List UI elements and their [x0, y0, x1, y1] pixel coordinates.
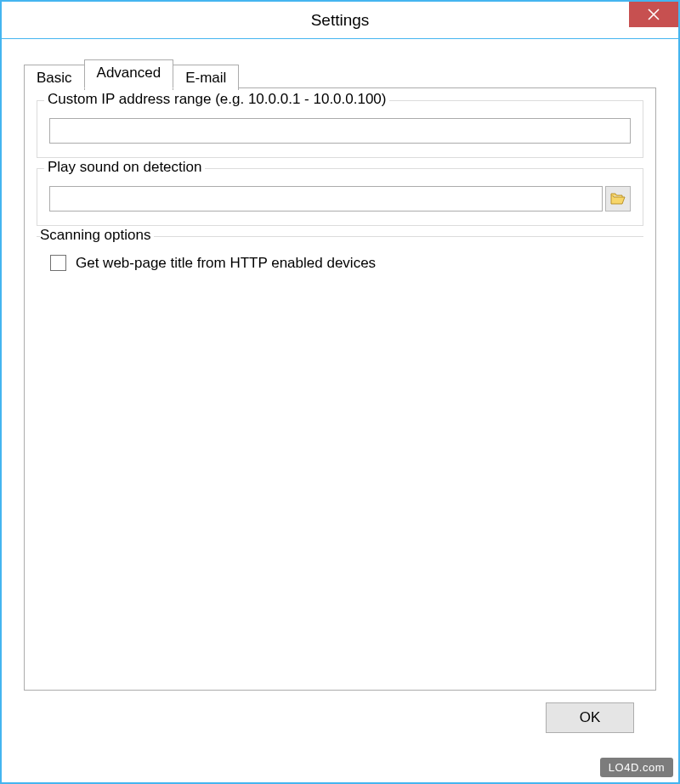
watermark: LO4D.com [600, 758, 673, 777]
browse-sound-button[interactable] [605, 186, 631, 212]
group-sound: Play sound on detection [37, 168, 643, 226]
tab-email[interactable]: E-mail [173, 65, 239, 90]
tab-advanced[interactable]: Advanced [84, 59, 174, 88]
group-scanning-options: Scanning options Get web-page title from… [37, 236, 643, 287]
settings-window: Settings Basic Advanced E-mail Custom IP… [0, 0, 680, 784]
group-ip-range: Custom IP address range (e.g. 10.0.0.1 -… [37, 100, 643, 158]
dialog-footer: OK [24, 691, 656, 747]
ip-range-input[interactable] [49, 118, 631, 144]
client-area: Basic Advanced E-mail Custom IP address … [2, 39, 678, 782]
group-sound-legend: Play sound on detection [44, 159, 205, 176]
ok-button[interactable]: OK [546, 702, 634, 733]
group-scanning-legend: Scanning options [40, 227, 154, 244]
titlebar: Settings [2, 2, 678, 39]
group-ip-range-legend: Custom IP address range (e.g. 10.0.0.1 -… [44, 91, 389, 108]
folder-open-icon [610, 192, 626, 206]
sound-row [49, 186, 631, 212]
tab-strip: Basic Advanced E-mail [24, 59, 656, 88]
window-title: Settings [2, 11, 678, 30]
close-button[interactable] [629, 2, 678, 27]
http-title-label[interactable]: Get web-page title from HTTP enabled dev… [76, 255, 376, 272]
sound-path-input[interactable] [49, 186, 603, 212]
checkbox-row-http-title: Get web-page title from HTTP enabled dev… [47, 252, 632, 274]
close-icon [648, 8, 660, 20]
http-title-checkbox[interactable] [50, 255, 66, 271]
tab-panel-advanced: Custom IP address range (e.g. 10.0.0.1 -… [24, 87, 656, 691]
tab-basic[interactable]: Basic [24, 65, 85, 90]
